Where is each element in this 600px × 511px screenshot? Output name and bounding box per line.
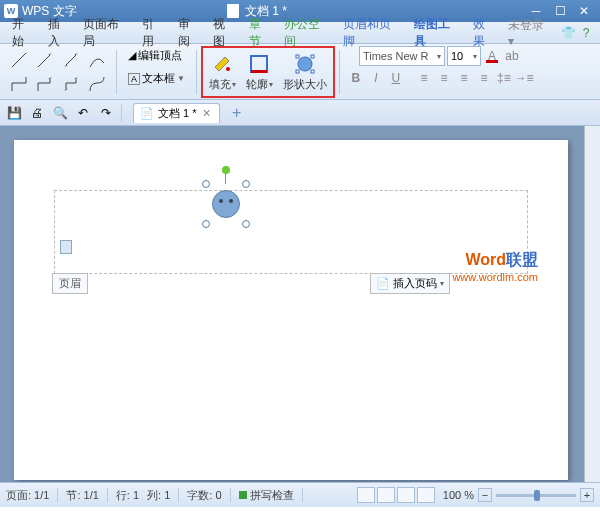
underline-button[interactable]: U [387,69,405,87]
resize-handle-se[interactable] [242,220,250,228]
status-words[interactable]: 字数: 0 [187,488,221,503]
doc-tab-icon: 📄 [140,107,154,120]
smiley-shape-icon[interactable] [212,190,240,218]
resize-handle-ne[interactable] [242,180,250,188]
pagenum-icon: 📄 [376,277,390,290]
document-page[interactable]: 页眉 📄 插入页码 ▾ Word联盟 www.wordlm.com [14,140,568,480]
anchor-icon [60,240,72,254]
connector-curved-elbow-icon[interactable] [85,73,109,95]
textbox-label: 文本框 [142,71,175,86]
shapesize-button[interactable]: 形状大小 [279,50,331,94]
italic-button[interactable]: I [367,69,385,87]
shape-style-group-highlight: 填充▾ 轮廓▾ 形状大小 [201,46,335,98]
document-tab[interactable]: 📄 文档 1 * × [133,103,220,123]
zoom-control: 100 % − + [443,488,594,502]
spellcheck-button[interactable]: 拼写检查 [239,488,294,503]
view-page-button[interactable] [357,487,375,503]
insert-pagenum-label: 插入页码 [393,276,437,291]
align-left-button[interactable]: ≡ [415,69,433,87]
close-button[interactable]: ✕ [572,2,596,20]
rotate-handle[interactable] [222,166,230,174]
connector-elbow-icon[interactable] [7,73,31,95]
print-preview-button[interactable]: 🔍 [50,103,70,123]
fill-button[interactable]: 填充▾ [205,50,240,94]
zoom-slider[interactable] [496,494,576,497]
svg-point-10 [226,67,230,71]
svg-rect-11 [251,56,267,72]
login-status[interactable]: 未登录 ▾ [502,15,558,50]
outline-icon [247,52,271,76]
svg-rect-17 [311,70,314,73]
help-icon[interactable]: ? [578,25,594,41]
add-tab-button[interactable]: + [227,103,247,123]
resize-handle-sw[interactable] [202,220,210,228]
vertical-scrollbar[interactable] [584,126,600,482]
svg-rect-12 [251,70,267,73]
svg-line-3 [66,55,76,65]
connector-curve-icon[interactable] [85,49,109,71]
connector-elbow-arrow-icon[interactable] [33,73,57,95]
header-tag: 页眉 [52,273,88,294]
connector-elbow-double-icon[interactable] [59,73,83,95]
indent-button[interactable]: →≡ [515,69,533,87]
textbox-button[interactable]: A 文本框 ▼ [124,69,189,88]
status-page[interactable]: 页面: 1/1 [6,488,49,503]
connector-line-icon[interactable] [7,49,31,71]
close-tab-button[interactable]: × [201,105,213,121]
edit-vertex-icon: ◢ [128,49,136,62]
align-justify-button[interactable]: ≡ [475,69,493,87]
ribbon: ◢ 编辑顶点 A 文本框 ▼ 填充▾ 轮廓▾ 形状大小 Times New R▾… [0,44,600,100]
line-spacing-button[interactable]: ‡≡ [495,69,513,87]
save-button[interactable]: 💾 [4,103,24,123]
svg-marker-4 [74,53,78,55]
textbox-icon: A [128,73,140,85]
quick-access-bar: 💾 🖨 🔍 ↶ ↷ 📄 文档 1 * × + [0,100,600,126]
bold-button[interactable]: B [347,69,365,87]
statusbar: 页面: 1/1 节: 1/1 行: 1 列: 1 字数: 0 拼写检查 100 … [0,482,600,507]
document-canvas[interactable]: 页眉 📄 插入页码 ▾ Word联盟 www.wordlm.com [0,126,600,482]
doc-tab-label: 文档 1 * [158,106,197,121]
align-center-button[interactable]: ≡ [435,69,453,87]
zoom-out-button[interactable]: − [478,488,492,502]
svg-rect-16 [296,70,299,73]
font-size-select[interactable]: 10▾ [447,46,481,66]
selected-shape[interactable] [206,184,246,224]
header-zone[interactable] [54,190,528,274]
svg-marker-2 [48,53,52,55]
skin-icon[interactable]: 👕 [561,25,577,41]
insert-pagenum-button[interactable]: 📄 插入页码 ▾ [370,273,450,294]
font-name-select[interactable]: Times New R▾ [359,46,445,66]
svg-marker-5 [64,65,68,67]
zoom-value[interactable]: 100 % [443,489,474,501]
status-line: 行: 1 [116,488,139,503]
highlight-color-button[interactable]: ab [503,47,521,65]
outline-button[interactable]: 轮廓▾ [242,50,277,94]
connector-double-arrow-icon[interactable] [59,49,83,71]
svg-marker-8 [64,89,68,91]
shapesize-icon [293,52,317,76]
zoom-in-button[interactable]: + [580,488,594,502]
connector-arrow-icon[interactable] [33,49,57,71]
menubar: 开始 插入 页面布局 引用 审阅 视图 章节 办公空间 页眉和页脚 绘图工具 效… [0,22,600,44]
svg-marker-6 [48,77,52,79]
status-col: 列: 1 [147,488,170,503]
outline-label: 轮廓 [246,77,268,92]
svg-marker-7 [74,77,78,79]
view-mode-buttons [357,487,435,503]
redo-button[interactable]: ↷ [96,103,116,123]
view-read-button[interactable] [417,487,435,503]
edit-vertex-button[interactable]: ◢ 编辑顶点 [124,46,186,65]
view-outline-button[interactable] [377,487,395,503]
fill-icon [210,52,234,76]
align-right-button[interactable]: ≡ [455,69,473,87]
view-web-button[interactable] [397,487,415,503]
shapesize-label: 形状大小 [283,77,327,92]
fill-label: 填充 [209,77,231,92]
svg-point-13 [298,57,312,71]
undo-button[interactable]: ↶ [73,103,93,123]
status-section: 节: 1/1 [66,488,98,503]
print-button[interactable]: 🖨 [27,103,47,123]
resize-handle-nw[interactable] [202,180,210,188]
font-color-button[interactable]: A [483,47,501,65]
svg-rect-15 [311,55,314,58]
